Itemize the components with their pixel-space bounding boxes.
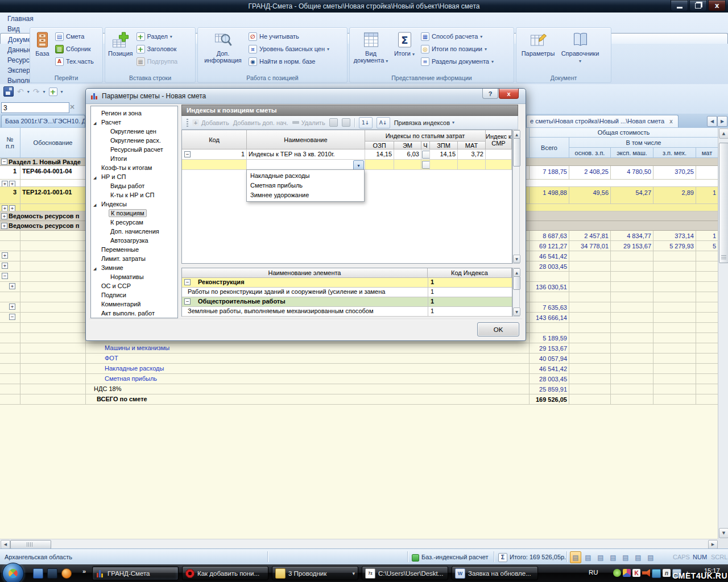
scroll-down-icon[interactable]: ▼: [513, 255, 520, 263]
cell-name-new[interactable]: [247, 160, 365, 170]
ignore-button[interactable]: Не учитывать: [246, 30, 332, 43]
add-button[interactable]: Добавить: [192, 119, 229, 126]
quick-launch-desktop-icon[interactable]: [47, 568, 57, 579]
kaspersky-icon[interactable]: [632, 569, 640, 577]
tree-item[interactable]: Переменные: [91, 245, 177, 254]
ribbon-tab[interactable]: Главная: [0, 13, 728, 23]
tech-part-button[interactable]: Тех.часть: [53, 55, 96, 68]
calc-method-button[interactable]: Способ расчета▾: [419, 30, 496, 43]
position-totals-button[interactable]: Итоги по позиции▾: [419, 43, 496, 55]
expand-icon[interactable]: [9, 304, 15, 310]
checkbox[interactable]: [422, 151, 430, 159]
tree-item[interactable]: Доп. начисления: [91, 227, 177, 236]
expand-icon[interactable]: [9, 283, 15, 289]
tab-scroll-right-icon[interactable]: ▶: [717, 116, 727, 127]
sort-alpha-icon[interactable]: [377, 117, 390, 128]
references-button[interactable]: Справочники▾: [558, 29, 602, 73]
add-extra-button[interactable]: Добавить доп. нач.: [233, 119, 288, 126]
horizontal-scrollbar[interactable]: ◀ ▶: [0, 539, 718, 548]
horn-icon[interactable]: [642, 569, 650, 577]
tree-item[interactable]: НР и СП: [91, 172, 177, 181]
tree-item[interactable]: Нормативы: [91, 272, 177, 281]
quick-launch-window-icon[interactable]: [33, 568, 43, 579]
tree-item[interactable]: Акт выполн. работ: [91, 309, 177, 318]
grid-row[interactable]: Накладные расходы46 541,42: [0, 364, 718, 374]
estimate-view-icon[interactable]: [570, 551, 581, 563]
base-button[interactable]: База: [32, 29, 53, 73]
expand-icon[interactable]: [1, 213, 7, 219]
tree-item[interactable]: К-ты к НР и СП: [91, 190, 177, 199]
doc-view-button[interactable]: Вид документа ▾: [351, 29, 390, 73]
display-icon[interactable]: [652, 569, 661, 578]
quick-launch-expand-icon[interactable]: »: [82, 568, 86, 575]
grid-row[interactable]: Сметная прибыль28 003,45: [0, 374, 718, 384]
quick-launch-orange-icon[interactable]: [61, 568, 72, 579]
position-input[interactable]: [1, 102, 69, 113]
agent-icon[interactable]: [623, 569, 631, 577]
taskbar-button[interactable]: Заявка на обновле...: [452, 566, 538, 580]
section-button[interactable]: Раздел▾: [134, 30, 180, 43]
element-row[interactable]: Общестроительные работы1: [182, 297, 512, 307]
scroll-thumb[interactable]: [719, 143, 728, 263]
dialog-close-button[interactable]: x: [499, 89, 519, 99]
smeta-button[interactable]: Смета: [53, 30, 96, 43]
tree-item[interactable]: К позициям: [91, 209, 177, 218]
index-table-scrollbar[interactable]: ▲ ▼: [512, 130, 520, 264]
tree-item[interactable]: Подписи: [91, 290, 177, 300]
base-price-level-button[interactable]: Уровень базисных цен▾: [246, 43, 332, 55]
vertical-scrollbar[interactable]: ▲ ▼: [718, 128, 728, 539]
hp-view-icon[interactable]: [607, 551, 619, 563]
tree-item[interactable]: Итоги: [91, 154, 177, 163]
tree-item[interactable]: Лимит. затраты: [91, 254, 177, 263]
expand-icon[interactable]: [2, 252, 8, 259]
grid-row[interactable]: Машины и механизмы29 153,67: [0, 343, 718, 354]
taskbar-button[interactable]: C:\Users\User\Deskt...: [362, 566, 448, 580]
expand-icon[interactable]: [9, 314, 15, 320]
save-icon[interactable]: [3, 86, 14, 97]
dropdown-item[interactable]: Зимнее удорожание: [247, 190, 364, 200]
grid-row[interactable]: НДС 18%25 859,91: [0, 384, 718, 394]
doc-tab-estimate[interactable]: е сметы\Новая стройка\Новый ...\Новая см…: [526, 115, 679, 127]
element-table-scrollbar[interactable]: ▲ ▼: [512, 268, 520, 317]
totals-button[interactable]: Σ Итоги ▾: [390, 29, 419, 73]
clear-icon[interactable]: ×: [69, 103, 75, 111]
undo-icon[interactable]: ↶: [17, 87, 24, 96]
eraser-icon[interactable]: [329, 118, 338, 127]
taskbar-button[interactable]: 3 Проводник▾: [272, 566, 358, 580]
dropdown-button[interactable]: [353, 160, 364, 170]
scroll-up-icon[interactable]: ▲: [513, 130, 520, 139]
element-row[interactable]: Реконструкция1: [182, 278, 512, 288]
delete-button[interactable]: Удалить: [292, 119, 325, 126]
element-row[interactable]: Земляные работы, выполняемые механизиров…: [182, 307, 512, 317]
collapse-icon[interactable]: [184, 151, 191, 157]
nero-icon[interactable]: [663, 569, 671, 577]
restore-button[interactable]: [689, 0, 707, 11]
grid-row[interactable]: ВСЕГО по смете169 526,05: [0, 394, 718, 405]
close-button[interactable]: x: [708, 0, 726, 11]
tree-item[interactable]: Регион и зона: [91, 109, 177, 118]
add-position-quick-icon[interactable]: [49, 88, 57, 96]
grid-row[interactable]: ФОТ40 057,94: [0, 354, 718, 364]
taskbar-button[interactable]: Как добавить пони...: [182, 566, 268, 580]
expand-icon[interactable]: [1, 223, 7, 229]
sheet-view-icon[interactable]: [582, 551, 594, 563]
scroll-up-icon[interactable]: ▲: [513, 268, 520, 277]
tree-item[interactable]: Индексы: [91, 199, 177, 209]
index-binding-button[interactable]: Привязка индексов▾: [394, 119, 454, 126]
element-row[interactable]: Работы по реконструкции зданий и сооруже…: [182, 288, 512, 297]
find-in-base-button[interactable]: Найти в норм. базе: [246, 55, 332, 68]
tree-item[interactable]: ОС и ССР: [91, 281, 177, 290]
tab-scroll-left-icon[interactable]: ◀: [707, 116, 717, 127]
taskbar-button[interactable]: ГРАНД-Смета: [92, 566, 179, 580]
collapse-icon[interactable]: [184, 279, 191, 285]
sbornik-button[interactable]: Сборник: [53, 43, 96, 55]
tree-item[interactable]: Зимние: [91, 263, 177, 272]
language-indicator[interactable]: RU: [589, 569, 598, 576]
hscroll-thumb[interactable]: [10, 540, 51, 549]
expand-icon[interactable]: [2, 205, 8, 211]
expand-icon[interactable]: [2, 273, 8, 279]
ok-button[interactable]: OK: [477, 322, 519, 336]
tree-item[interactable]: Ресурсный расчет: [91, 145, 177, 154]
chart-view-icon[interactable]: [645, 551, 656, 563]
tree-item[interactable]: Автозагрузка: [91, 236, 177, 245]
